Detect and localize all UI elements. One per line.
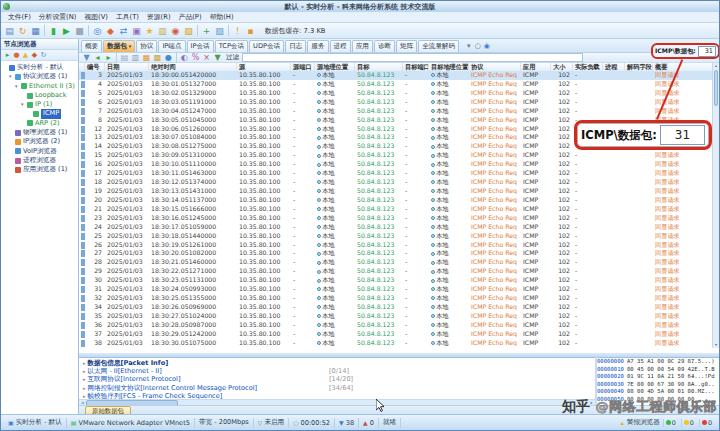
alert-counter[interactable]: 0 xyxy=(681,419,696,427)
table-row[interactable]: 312025/01/0318:30:24.05099300010.35.80.1… xyxy=(79,285,712,294)
expander-icon[interactable]: ▸ xyxy=(83,368,86,374)
decode-field-row[interactable]: ▸帧校验序列[FCS - Frame Check Sequence] xyxy=(79,392,595,399)
tab-overflow-icon[interactable]: ▾ xyxy=(464,42,473,50)
tab[interactable]: 全流量解码 xyxy=(418,40,459,52)
decode-field-row[interactable]: ▸以太网 - II[Ethernet - II][0/14] xyxy=(79,367,595,375)
tree-item[interactable]: ▾IP (1) xyxy=(1,100,78,109)
tab[interactable]: 矩阵 xyxy=(396,40,417,52)
new-analysis-icon[interactable]: ▤ xyxy=(3,26,16,36)
tree-item[interactable]: 进程浏览器 xyxy=(1,156,78,165)
report-icon[interactable]: ▨ xyxy=(213,26,226,36)
filter-packets-icon[interactable]: ▼ xyxy=(212,53,223,62)
column-header[interactable]: 源地理位置 xyxy=(315,63,355,71)
table-row[interactable]: 382025/01/0318:30:30.05107500010.35.80.1… xyxy=(79,339,712,348)
expander-icon[interactable]: ▾ xyxy=(21,100,26,109)
table-row[interactable]: 252025/01/0318:30:18.05144000010.35.80.1… xyxy=(79,232,712,241)
table-row[interactable]: 212025/01/0318:30:15.05166600010.35.80.1… xyxy=(79,205,712,214)
decode-view-icon[interactable]: ▤ xyxy=(119,53,130,62)
scroll-up-icon[interactable]: ▴ xyxy=(713,63,719,69)
table-row[interactable]: 202025/01/0318:30:14.05113700010.35.80.1… xyxy=(79,196,712,205)
column-header[interactable]: 目标端口 xyxy=(403,63,429,71)
tree-item[interactable]: ▾Ethernet II (3) xyxy=(1,82,78,91)
table-row[interactable]: 172025/01/0318:30:11.05146300010.35.80.1… xyxy=(79,169,712,178)
export-packets-icon[interactable]: ▼ xyxy=(81,53,92,62)
column-header[interactable]: 实际负载 xyxy=(573,63,603,71)
table-row[interactable]: 292025/01/0318:30:22.05127100010.35.80.1… xyxy=(79,267,712,276)
filter-settings-icon[interactable]: ⇄ xyxy=(117,26,130,36)
title-bar[interactable]: 默认 - 实时分析 - 科来网络分析系统 技术交流版 xyxy=(1,1,719,12)
table-row[interactable]: 322025/01/0318:30:25.05135500010.35.80.1… xyxy=(79,294,712,303)
color-rules-icon[interactable]: ▩ xyxy=(152,53,163,62)
relative-time-icon[interactable]: % xyxy=(190,53,201,62)
alarm-icon[interactable]: ! xyxy=(231,26,244,36)
expander-icon[interactable]: ▾ xyxy=(15,82,20,91)
table-row[interactable]: 262025/01/0318:30:19.05126100010.35.80.1… xyxy=(79,241,712,250)
expander-icon[interactable]: ▸ xyxy=(83,360,86,366)
tab[interactable]: IP会话 xyxy=(187,40,214,52)
column-header[interactable]: 应用 xyxy=(521,63,551,71)
menu-item[interactable]: 帮助(H) xyxy=(206,12,238,22)
refresh-node-icon[interactable]: ↻ xyxy=(39,51,48,59)
chart-icon[interactable]: ▥ xyxy=(156,26,169,36)
tools-icon[interactable]: + xyxy=(200,26,213,36)
alarm-settings-icon[interactable]: ▣ xyxy=(130,26,143,36)
column-header[interactable]: 目标地理位置 xyxy=(429,63,469,71)
alert-counter[interactable]: 0 xyxy=(663,419,678,427)
tab[interactable]: 进程 xyxy=(330,40,351,52)
alert-counter[interactable]: 0 xyxy=(699,419,714,427)
column-header[interactable]: 协议 xyxy=(469,63,521,71)
decode-field-row[interactable]: ▸网络控制报文协议[Internet Control Message Proto… xyxy=(79,384,595,392)
expander-icon[interactable]: ▸ xyxy=(83,393,86,399)
table-row[interactable]: 282025/01/0318:30:21.05146000010.35.80.1… xyxy=(79,258,712,267)
tab[interactable]: 数据包 xyxy=(103,40,135,52)
menu-item[interactable]: 分析设置(N) xyxy=(35,12,81,22)
menu-item[interactable]: 资源(R) xyxy=(143,12,175,22)
table-row[interactable]: 182025/01/0318:30:12.05137400010.35.80.1… xyxy=(79,178,712,187)
reopen-icon[interactable]: ↻ xyxy=(16,26,29,36)
start-capture-icon[interactable]: ▶ xyxy=(60,26,73,36)
table-row[interactable]: 242025/01/0318:30:17.05105900010.35.80.1… xyxy=(79,223,712,232)
table-row[interactable]: 272025/01/0318:30:20.05108200010.35.80.1… xyxy=(79,249,712,258)
column-header[interactable]: 目标 xyxy=(355,63,403,71)
tab[interactable]: 协议 xyxy=(136,40,157,52)
add-node-icon[interactable]: ▸ xyxy=(3,51,12,59)
clear-packets-icon[interactable]: × xyxy=(201,53,212,62)
column-header[interactable]: 进程 xyxy=(603,63,625,71)
table-row[interactable]: 152025/01/0318:30:09.05131000010.35.80.1… xyxy=(79,151,712,160)
tab[interactable]: UDP会话 xyxy=(249,40,284,52)
tab[interactable]: 服务 xyxy=(307,40,328,52)
tree-item[interactable]: Loopback xyxy=(1,91,78,100)
locate-node-icon[interactable]: ▲ xyxy=(21,51,30,59)
column-header[interactable]: 日期 xyxy=(105,63,149,71)
hex-view-icon[interactable]: ▥ xyxy=(130,53,141,62)
column-header[interactable]: 源端口 xyxy=(291,63,315,71)
save-icon[interactable]: ▦ xyxy=(29,26,42,36)
table-row[interactable]: 32025/01/0318:30:00.05142000010.35.80.10… xyxy=(79,71,712,80)
menu-item[interactable]: 视图(V) xyxy=(80,12,112,22)
tree-item[interactable]: 实时分析 - 默认 xyxy=(1,63,78,72)
column-header[interactable]: 大小 xyxy=(551,63,573,71)
table-row[interactable]: 192025/01/0318:30:13.05143100010.35.80.1… xyxy=(79,187,712,196)
table-row[interactable]: 52025/01/0318:30:02.05132900010.35.80.10… xyxy=(79,89,712,98)
scroll-down-icon[interactable]: ▾ xyxy=(713,342,719,348)
help-icon[interactable]: ◉ xyxy=(482,42,491,50)
buffer-icon[interactable]: ▪ xyxy=(244,26,257,36)
next-packet-icon[interactable]: ▸ xyxy=(103,53,114,62)
alert-section[interactable]: ▴ 警报浏览器 000 xyxy=(621,418,716,427)
tree-item[interactable]: VoIP浏览器 xyxy=(1,147,78,156)
tab[interactable]: 概要 xyxy=(81,40,102,52)
decode-field-row[interactable]: ▸互联网协议[Internet Protocol][14/20] xyxy=(79,375,595,383)
record-icon[interactable]: ◉ xyxy=(169,26,182,36)
analysis-settings-icon[interactable]: ◆ xyxy=(104,26,117,36)
tab[interactable]: 日志 xyxy=(285,40,306,52)
menu-item[interactable]: 文件(F) xyxy=(4,12,35,22)
general-settings-icon[interactable]: ◎ xyxy=(91,26,104,36)
tab[interactable]: 应用 xyxy=(352,40,373,52)
expander-icon[interactable]: ▾ xyxy=(9,72,14,81)
tab[interactable]: IP端点 xyxy=(158,40,185,52)
prev-packet-icon[interactable]: ◂ xyxy=(92,53,103,62)
table-row[interactable]: 342025/01/0318:30:26.05096900010.35.80.1… xyxy=(79,303,712,312)
table-row[interactable]: 362025/01/0318:30:28.05098700010.35.80.1… xyxy=(79,321,712,330)
column-header[interactable]: 绝对时间 xyxy=(149,63,237,71)
table-row[interactable]: 302025/01/0318:30:23.05113100010.35.80.1… xyxy=(79,276,712,285)
